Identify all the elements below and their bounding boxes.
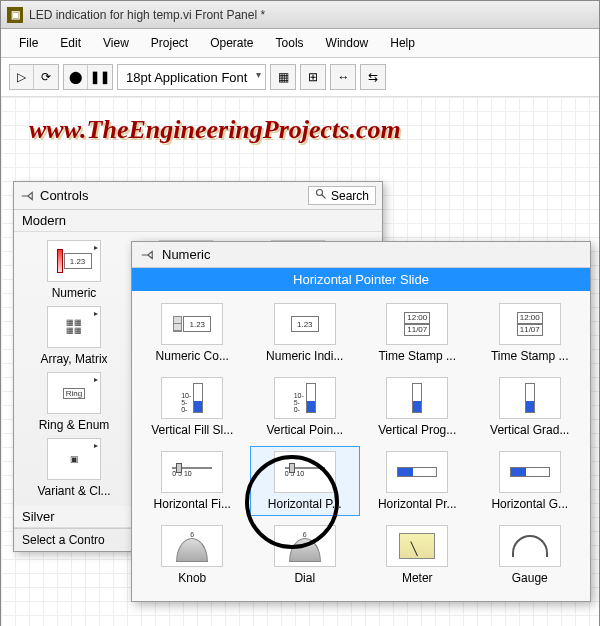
pin-icon[interactable] xyxy=(140,248,154,262)
numeric-palette: Numeric Horizontal Pointer Slide 1.23Num… xyxy=(131,241,591,602)
menu-help[interactable]: Help xyxy=(380,33,425,53)
reorder-button[interactable]: ⇆ xyxy=(361,65,385,89)
numeric-item-label: Horizontal P... xyxy=(253,497,358,511)
titlebar: ▣ LED indication for high temp.vi Front … xyxy=(1,1,599,29)
controls-item-array[interactable]: ▸▦▦▦▦ Array, Matrix xyxy=(22,306,126,366)
main-window: ▣ LED indication for high temp.vi Front … xyxy=(0,0,600,626)
dial-icon: 6 xyxy=(274,525,336,567)
hpoint-icon: 0 5 10 xyxy=(274,451,336,493)
vprog-icon xyxy=(386,377,448,419)
resize-button[interactable]: ↔ xyxy=(331,65,355,89)
hprog-icon xyxy=(386,451,448,493)
numeric-item-hgrad[interactable]: Horizontal G... xyxy=(476,447,585,515)
window-title: LED indication for high temp.vi Front Pa… xyxy=(29,8,265,22)
numeric-category-icon: ▸ 1.23 xyxy=(47,240,101,282)
menu-window[interactable]: Window xyxy=(316,33,379,53)
numeric-item-label: Time Stamp ... xyxy=(365,349,470,363)
ts-ctrl-icon: 12:0011/07 xyxy=(386,303,448,345)
vpoint-icon: 10-5-0- xyxy=(274,377,336,419)
controls-item-ring[interactable]: ▸Ring Ring & Enum xyxy=(22,372,126,432)
numeric-palette-header: Numeric xyxy=(132,242,590,268)
ts-ind-icon: 12:0011/07 xyxy=(499,303,561,345)
numeric-item-label: Horizontal Fi... xyxy=(140,497,245,511)
resize-controls: ↔ xyxy=(330,64,356,90)
reorder-controls: ⇆ xyxy=(360,64,386,90)
menu-project[interactable]: Project xyxy=(141,33,198,53)
menu-view[interactable]: View xyxy=(93,33,139,53)
numeric-item-num-ctrl[interactable]: 1.23Numeric Co... xyxy=(138,299,247,367)
numeric-item-label: Dial xyxy=(253,571,358,585)
array-category-icon: ▸▦▦▦▦ xyxy=(47,306,101,348)
abort-button[interactable]: ⬤ xyxy=(64,65,88,89)
num-ctrl-icon: 1.23 xyxy=(161,303,223,345)
numeric-item-gauge[interactable]: Gauge xyxy=(476,521,585,589)
numeric-item-vprog[interactable]: Vertical Prog... xyxy=(363,373,472,441)
search-icon xyxy=(315,188,327,203)
font-select[interactable]: 18pt Application Font xyxy=(117,64,266,90)
section-modern[interactable]: Modern xyxy=(14,210,382,232)
svg-point-0 xyxy=(316,190,322,196)
pin-icon[interactable] xyxy=(20,189,34,203)
numeric-item-label: Knob xyxy=(140,571,245,585)
numeric-item-knob[interactable]: 6Knob xyxy=(138,521,247,589)
numeric-item-label: Vertical Fill Sl... xyxy=(140,423,245,437)
controls-item-variant[interactable]: ▸▣ Variant & Cl... xyxy=(22,438,126,498)
distribute-controls: ⊞ xyxy=(300,64,326,90)
numeric-item-label: Vertical Poin... xyxy=(253,423,358,437)
font-select-label: 18pt Application Font xyxy=(126,70,247,85)
front-panel-canvas[interactable]: www.TheEngineeringProjects.com Controls … xyxy=(1,97,599,626)
align-button[interactable]: ▦ xyxy=(271,65,295,89)
vfill-icon: 10-5-0- xyxy=(161,377,223,419)
search-label: Search xyxy=(331,189,369,203)
numeric-item-dial[interactable]: 6Dial xyxy=(251,521,360,589)
pause-button[interactable]: ❚❚ xyxy=(88,65,112,89)
menu-operate[interactable]: Operate xyxy=(200,33,263,53)
run-button[interactable]: ▷ xyxy=(10,65,34,89)
numeric-item-label: Vertical Grad... xyxy=(478,423,583,437)
numeric-item-vpoint[interactable]: 10-5-0-Vertical Poin... xyxy=(251,373,360,441)
search-button[interactable]: Search xyxy=(308,186,376,205)
menu-edit[interactable]: Edit xyxy=(50,33,91,53)
abort-controls: ⬤ ❚❚ xyxy=(63,64,113,90)
numeric-item-vgrad[interactable]: Vertical Grad... xyxy=(476,373,585,441)
run-controls: ▷ ⟳ xyxy=(9,64,59,90)
vgrad-icon xyxy=(499,377,561,419)
svg-line-1 xyxy=(322,195,326,199)
numeric-item-hpoint[interactable]: 0 5 10Horizontal P... xyxy=(251,447,360,515)
ring-category-icon: ▸Ring xyxy=(47,372,101,414)
distribute-button[interactable]: ⊞ xyxy=(301,65,325,89)
numeric-item-label: Time Stamp ... xyxy=(478,349,583,363)
numeric-item-label: Meter xyxy=(365,571,470,585)
run-continuously-button[interactable]: ⟳ xyxy=(34,65,58,89)
numeric-grid: 1.23Numeric Co...1.23Numeric Indi...12:0… xyxy=(132,291,590,601)
numeric-item-meter[interactable]: Meter xyxy=(363,521,472,589)
numeric-item-label: Numeric Indi... xyxy=(253,349,358,363)
numeric-item-label: Gauge xyxy=(478,571,583,585)
numeric-item-hprog[interactable]: Horizontal Pr... xyxy=(363,447,472,515)
variant-category-icon: ▸▣ xyxy=(47,438,101,480)
numeric-highlight-bar: Horizontal Pointer Slide xyxy=(132,268,590,291)
align-controls: ▦ xyxy=(270,64,296,90)
menu-tools[interactable]: Tools xyxy=(266,33,314,53)
numeric-item-vfill[interactable]: 10-5-0-Vertical Fill Sl... xyxy=(138,373,247,441)
controls-palette-title: Controls xyxy=(40,188,88,203)
numeric-item-label: Horizontal Pr... xyxy=(365,497,470,511)
numeric-item-label: Vertical Prog... xyxy=(365,423,470,437)
toolbar: ▷ ⟳ ⬤ ❚❚ 18pt Application Font ▦ ⊞ ↔ ⇆ xyxy=(1,58,599,97)
gauge-icon xyxy=(499,525,561,567)
menu-file[interactable]: File xyxy=(9,33,48,53)
hgrad-icon xyxy=(499,451,561,493)
numeric-item-label: Numeric Co... xyxy=(140,349,245,363)
numeric-item-num-ind[interactable]: 1.23Numeric Indi... xyxy=(251,299,360,367)
numeric-item-ts-ind[interactable]: 12:0011/07Time Stamp ... xyxy=(476,299,585,367)
numeric-palette-title: Numeric xyxy=(162,247,210,262)
numeric-item-ts-ctrl[interactable]: 12:0011/07Time Stamp ... xyxy=(363,299,472,367)
controls-palette-header: Controls Search xyxy=(14,182,382,210)
app-icon: ▣ xyxy=(7,7,23,23)
controls-item-numeric[interactable]: ▸ 1.23 Numeric xyxy=(22,240,126,300)
numeric-item-hfill[interactable]: 0 5 10Horizontal Fi... xyxy=(138,447,247,515)
meter-icon xyxy=(386,525,448,567)
watermark-text: www.TheEngineeringProjects.com xyxy=(29,115,401,145)
hfill-icon: 0 5 10 xyxy=(161,451,223,493)
knob-icon: 6 xyxy=(161,525,223,567)
